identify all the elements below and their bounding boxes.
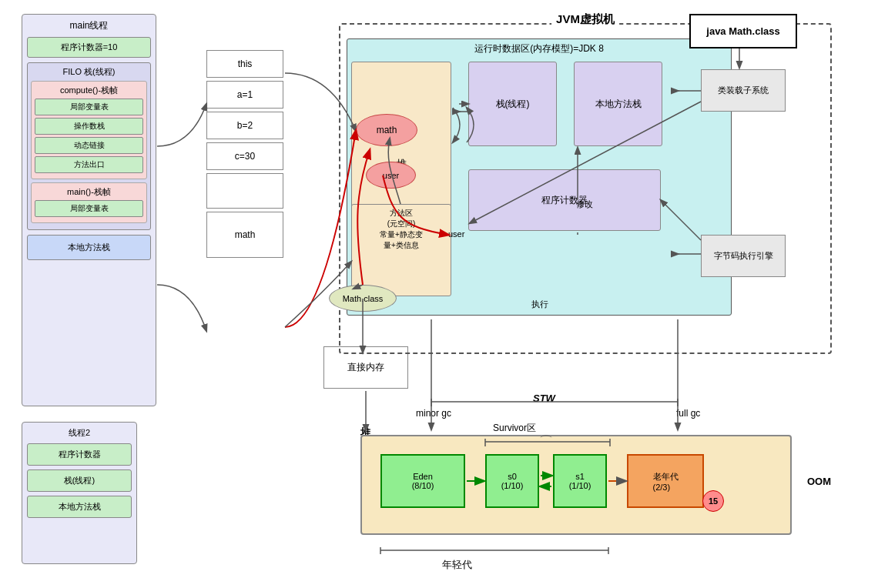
- thread2-box: 线程2 程序计数器 栈(线程) 本地方法栈: [22, 422, 137, 564]
- num-circle: 15: [702, 490, 724, 512]
- main-thread-title: main线程: [27, 19, 151, 32]
- filo-title: FILO 栈(线程): [31, 66, 147, 78]
- method-area: 方法区 (元空间) 常量+静态变 量+类信息: [351, 204, 451, 296]
- dynamic-link: 动态链接: [35, 137, 143, 154]
- main-program-counter: 程序计数器=10: [27, 37, 151, 58]
- stack-inner: 栈(线程): [468, 62, 557, 146]
- native-method-stack: 本地方法栈: [27, 235, 151, 260]
- pc-inner: 程序计数器: [468, 169, 661, 231]
- mathclass-ellipse: Math.class: [329, 285, 397, 312]
- thread2-title: 线程2: [27, 427, 132, 439]
- eden-label: Eden: [413, 472, 433, 481]
- user-label-method: user: [448, 229, 464, 239]
- method-area-text: 方法区 (元空间) 常量+静态变 量+类信息: [355, 208, 447, 251]
- survivor-text: Survivor区: [493, 423, 536, 433]
- s1-box: s1 (1/10): [553, 454, 607, 508]
- method-exit: 方法出口: [35, 156, 143, 173]
- thread2-counter: 程序计数器: [27, 443, 132, 466]
- lv-c: c=30: [206, 142, 283, 170]
- runtime-title: 运行时数据区(内存模型)=JDK 8: [347, 39, 731, 58]
- s0-label: s0: [508, 472, 517, 481]
- operand-stack: 操作数栈: [35, 118, 143, 135]
- s0-box: s0 (1/10): [485, 454, 539, 508]
- xiugai-label: 修改: [576, 199, 593, 210]
- lv-b: b=2: [206, 112, 283, 139]
- main-frame-title: main()-栈帧: [35, 186, 143, 198]
- old-gen-label: 老年代 (2/3): [653, 471, 679, 492]
- math-ellipse: math: [356, 114, 417, 146]
- lv-a: a=1: [206, 81, 283, 109]
- minor-gc-label: minor gc: [416, 408, 451, 419]
- java-math-class-box: java Math.class: [689, 14, 797, 48]
- local-var-table: 局部变量表: [35, 99, 143, 115]
- eden-sub: (8/10): [412, 481, 434, 490]
- compute-frame-title: compute()-栈帧: [35, 85, 143, 96]
- main-frame: main()-栈帧 局部变量表: [31, 182, 147, 223]
- young-gen-label: 年轻代: [442, 558, 472, 572]
- lv-math: math: [206, 212, 283, 258]
- jvm-title: JVM虚拟机: [551, 12, 619, 27]
- oom-label: OOM: [807, 476, 831, 487]
- stw-label: STW: [533, 393, 555, 404]
- thread2-stack: 栈(线程): [27, 469, 132, 492]
- full-gc-label: full gc: [676, 408, 700, 419]
- old-gen-box: 老年代 (2/3): [627, 454, 704, 508]
- thread2-native: 本地方法栈: [27, 496, 132, 518]
- compute-frame: compute()-栈帧 局部变量表 操作数栈 动态链接 方法出口: [31, 81, 147, 179]
- s1-sub: (1/10): [569, 481, 591, 490]
- lv-this: this: [206, 50, 283, 78]
- lv-empty: [206, 173, 283, 209]
- filo-stack: FILO 栈(线程) compute()-栈帧 局部变量表 操作数栈 动态链接 …: [27, 62, 151, 230]
- survivor-brace: ⌒: [481, 433, 612, 451]
- user-ellipse: user: [366, 162, 416, 189]
- main-thread-box: main线程 程序计数器=10 FILO 栈(线程) compute()-栈帧 …: [22, 14, 156, 406]
- s1-label: s1: [575, 472, 585, 481]
- zhixing-label: 执行: [531, 299, 548, 310]
- local-var-column: this a=1 b=2 c=30 math: [206, 50, 283, 261]
- bytecode-engine-box: 字节码执行引擎: [701, 235, 786, 277]
- s0-sub: (1/10): [501, 481, 524, 490]
- native-inner: 本地方法栈: [574, 62, 662, 146]
- main-local-var: 局部变量表: [35, 200, 143, 217]
- class-loader-box: 类装载子系统: [701, 69, 786, 112]
- eden-box: Eden (8/10): [380, 454, 465, 508]
